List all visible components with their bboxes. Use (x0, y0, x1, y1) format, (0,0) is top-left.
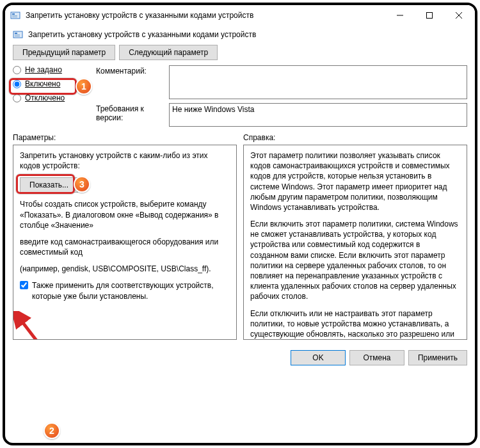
close-button[interactable] (444, 5, 474, 26)
previous-setting-button[interactable]: Предыдущий параметр (13, 45, 115, 60)
help-p1: Этот параметр политики позволяет указыва… (250, 150, 460, 212)
radio-disabled[interactable] (13, 94, 21, 102)
minimize-button[interactable] (385, 5, 415, 26)
maximize-button[interactable] (415, 5, 444, 26)
params-p3: (например, gendisk, USB\COMPOSITE, USB\C… (20, 264, 230, 274)
params-label: Параметры: (13, 133, 237, 142)
comment-textarea[interactable] (169, 65, 467, 99)
svg-rect-5 (427, 13, 433, 19)
radio-not-configured-label: Не задано (25, 65, 62, 74)
apply-existing-checkbox[interactable] (20, 281, 28, 289)
svg-rect-1 (12, 13, 15, 15)
help-panel: Этот параметр политики позволяет указыва… (243, 145, 467, 340)
requirements-textarea: Не ниже Windows Vista (169, 103, 467, 127)
annotation-badge-3: 3 (74, 176, 90, 193)
params-p1: Чтобы создать список устройств, выберите… (20, 199, 230, 230)
help-p2: Если включить этот параметр политики, си… (250, 219, 460, 302)
comment-label: Комментарий: (96, 65, 163, 99)
svg-rect-10 (15, 35, 20, 35)
dialog-footer: OK Отмена Применить (5, 345, 475, 371)
annotation-highlight-3 (16, 174, 75, 194)
policy-icon (13, 29, 23, 40)
radio-disabled-label: Отключено (25, 93, 65, 102)
policy-icon (10, 10, 20, 20)
svg-rect-11 (15, 36, 20, 36)
annotation-arrow-icon (13, 311, 43, 340)
radio-not-configured[interactable] (13, 66, 21, 74)
help-p3: Если отключить или не настраивать этот п… (250, 308, 460, 340)
ok-button[interactable]: OK (291, 350, 346, 365)
svg-line-12 (20, 319, 36, 340)
requirements-label: Требования к версии: (96, 103, 163, 127)
next-setting-button[interactable]: Следующий параметр (119, 45, 218, 60)
svg-rect-9 (15, 33, 17, 34)
params-panel: Запретить установку устройств с каким-ли… (13, 145, 237, 340)
annotation-badge-2: 2 (44, 422, 60, 439)
svg-rect-3 (12, 17, 17, 17)
titlebar: Запретить установку устройств с указанны… (5, 5, 475, 26)
help-label: Справка: (243, 133, 467, 142)
policy-header: Запретить установку устройств с указанны… (13, 29, 467, 40)
apply-button[interactable]: Применить (408, 350, 467, 365)
policy-title: Запретить установку устройств с указанны… (28, 30, 256, 39)
state-radio-group: Не задано Включено Отключено 1 (13, 65, 90, 127)
cancel-button[interactable]: Отмена (349, 350, 404, 365)
apply-existing-label: Также применить для соответствующих устр… (32, 280, 230, 301)
annotation-badge-1: 1 (76, 78, 92, 95)
svg-rect-2 (12, 15, 17, 16)
params-intro: Запретить установку устройств с каким-ли… (20, 150, 230, 171)
annotation-highlight-1 (9, 78, 77, 95)
window-title: Запретить установку устройств с указанны… (26, 11, 385, 20)
params-p2: введите код самонастраивающегося оборудо… (20, 237, 230, 257)
